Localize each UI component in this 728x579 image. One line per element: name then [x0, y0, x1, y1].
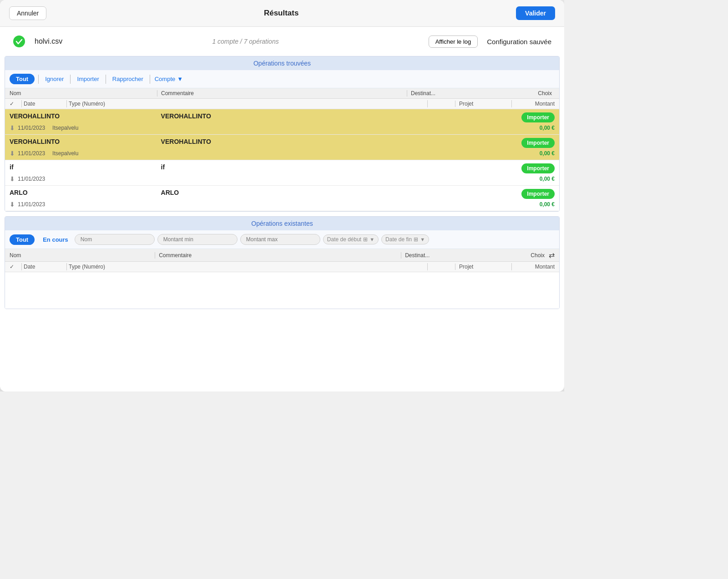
op-date: 11/01/2023 [18, 176, 45, 182]
v-sep [427, 100, 428, 107]
op-action: Importer [509, 163, 555, 173]
op-main-row: if if Importer [5, 160, 559, 174]
op-amount: 0,00 € [540, 125, 555, 131]
file-status-icon [13, 35, 25, 48]
operations-found-title: Opérations trouvées [5, 56, 559, 70]
sub-check: ✓ [10, 101, 20, 107]
col-choix-label: Choix [502, 252, 547, 259]
sub-date: Date [24, 101, 65, 107]
found-rows-container: VEROHALLINTO VEROHALLINTO Importer ⬇ 11/… [5, 109, 559, 211]
existing-filter-date-fin[interactable]: Date de fin ⊞ ▼ [381, 234, 429, 244]
sub-type: Type (Numéro) [69, 264, 425, 270]
found-operation-row: ARLO ARLO Importer ⬇ 11/01/2023 0,00 € [5, 186, 559, 211]
op-amount: 0,00 € [540, 176, 555, 182]
file-row: holvi.csv 1 compte / 7 opérations Affich… [0, 27, 564, 56]
col-commentaire-label: Commentaire [157, 90, 407, 96]
found-operation-row: VEROHALLINTO VEROHALLINTO Importer ⬇ 11/… [5, 135, 559, 160]
op-comment: ARLO [157, 189, 407, 196]
col-destinat-label: Destinat... [407, 90, 509, 96]
modal-title: Résultats [264, 9, 299, 18]
op-main-row: VEROHALLINTO VEROHALLINTO Importer [5, 109, 559, 123]
operations-existing-panel: Opérations existantes Tout En cours Date… [5, 216, 560, 309]
chevron-down-icon: ▼ [369, 237, 374, 242]
v-sep [427, 263, 428, 270]
existing-filter-tout[interactable]: Tout [10, 234, 35, 245]
separator [38, 75, 39, 84]
calendar-icon: ⊞ [414, 236, 418, 243]
v-sep [21, 100, 22, 107]
found-filter-rapprocher[interactable]: Rapprocher [108, 74, 148, 84]
sub-montant: Montant [514, 101, 555, 107]
op-sub-row: ⬇ 11/01/2023 Itsepalvelu 0,00 € [5, 149, 559, 160]
file-name: holvi.csv [35, 37, 62, 46]
importer-button[interactable]: Importer [521, 163, 555, 173]
arrow-down-icon: ⬇ [10, 150, 15, 157]
found-col-header-1: Nom Commentaire Destinat... Choix [5, 88, 559, 99]
date-debut-placeholder: Date de début [327, 236, 361, 243]
v-sep [21, 263, 22, 270]
importer-button[interactable]: Importer [521, 189, 555, 199]
v-sep [511, 263, 512, 270]
op-date: 11/01/2023 [18, 125, 45, 131]
cancel-button[interactable]: Annuler [9, 6, 46, 20]
existing-filter-montant-max[interactable] [240, 234, 320, 245]
op-name: ARLO [10, 189, 157, 196]
sub-check: ✓ [10, 264, 20, 270]
col-nom-label: Nom [10, 252, 155, 259]
op-main-row: VEROHALLINTO VEROHALLINTO Importer [5, 135, 559, 149]
op-sub-row: ⬇ 11/01/2023 0,00 € [5, 174, 559, 185]
modal-container: Annuler Résultats Valider holvi.csv 1 co… [0, 0, 564, 391]
validate-button[interactable]: Valider [516, 6, 555, 20]
importer-button[interactable]: Importer [521, 138, 555, 148]
compte-label: Compte [155, 76, 176, 82]
existing-rows-container [5, 272, 559, 309]
sub-projet: Projet [455, 101, 510, 107]
sub-type: Type (Numéro) [69, 101, 425, 107]
op-action: Importer [509, 112, 555, 122]
v-sep [66, 100, 67, 107]
col-destinat-label: Destinat... [401, 252, 502, 259]
found-col-header-2: ✓ Date Type (Numéro) Projet Montant [5, 99, 559, 109]
existing-filter-nom[interactable] [75, 234, 155, 245]
svg-point-0 [13, 36, 25, 47]
op-type: Itsepalvelu [52, 150, 78, 157]
op-date: 11/01/2023 [18, 150, 45, 157]
col-choix-label: Choix [509, 90, 555, 96]
op-name: VEROHALLINTO [10, 138, 157, 145]
found-filter-bar: Tout Ignorer Importer Rapprocher Compte … [5, 70, 559, 88]
separator [150, 75, 150, 84]
existing-filter-bar: Tout En cours Date de début ⊞ ▼ Date de … [5, 230, 559, 249]
date-fin-placeholder: Date de fin [385, 236, 412, 243]
col-nom-label: Nom [10, 90, 157, 96]
chevron-down-icon: ▼ [177, 76, 183, 82]
separator [70, 75, 71, 84]
found-filter-importer[interactable]: Importer [72, 74, 103, 84]
swap-icon[interactable]: ⇄ [547, 251, 555, 259]
op-comment: if [157, 163, 407, 171]
sub-projet: Projet [455, 264, 510, 270]
existing-filter-montant-min[interactable] [157, 234, 238, 245]
found-filter-ignorer[interactable]: Ignorer [40, 74, 68, 84]
op-name: if [10, 163, 157, 171]
op-comment: VEROHALLINTO [157, 112, 407, 120]
col-commentaire-label: Commentaire [155, 252, 401, 259]
found-filter-tout[interactable]: Tout [10, 74, 35, 84]
existing-filter-date-debut[interactable]: Date de début ⊞ ▼ [323, 234, 379, 244]
op-date: 11/01/2023 [18, 201, 45, 208]
op-amount: 0,00 € [540, 201, 555, 208]
importer-button[interactable]: Importer [521, 112, 555, 122]
op-name: VEROHALLINTO [10, 112, 157, 120]
op-action: Importer [509, 189, 555, 199]
found-filter-compte[interactable]: Compte ▼ [152, 74, 186, 84]
existing-filter-en-cours[interactable]: En cours [39, 234, 72, 245]
arrow-down-icon: ⬇ [10, 175, 15, 183]
sub-date: Date [24, 264, 65, 270]
calendar-icon: ⊞ [363, 236, 368, 243]
op-comment: VEROHALLINTO [157, 138, 407, 145]
op-main-row: ARLO ARLO Importer [5, 186, 559, 200]
arrow-down-icon: ⬇ [10, 201, 15, 208]
show-log-button[interactable]: Afficher le log [429, 36, 478, 48]
operations-found-panel: Opérations trouvées Tout Ignorer Importe… [5, 56, 560, 212]
op-sub-row: ⬇ 11/01/2023 0,00 € [5, 200, 559, 211]
arrow-down-icon: ⬇ [10, 124, 15, 132]
